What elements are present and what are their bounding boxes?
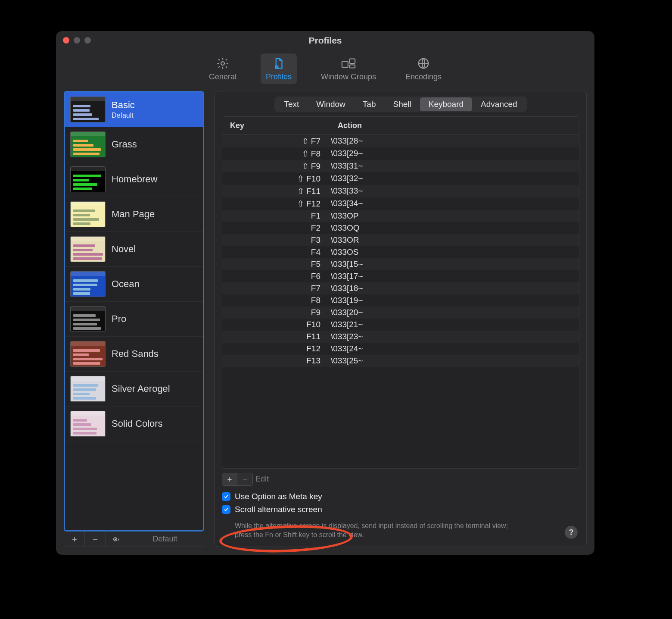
profiles-sidebar: BasicDefaultGrassHomebrewMan PageNovelOc… — [64, 91, 204, 547]
cell-action: \033[33~ — [331, 186, 363, 196]
profile-item[interactable]: Red Sands — [65, 337, 203, 372]
tab-window[interactable]: Window — [308, 97, 354, 111]
table-row[interactable]: F11\033[23~ — [222, 331, 579, 343]
profile-thumbnail — [70, 166, 106, 192]
table-row[interactable]: ⇧ F9\033[31~ — [222, 160, 579, 172]
toolbar-encodings[interactable]: Encodings — [400, 53, 447, 84]
cell-action: \033[29~ — [331, 149, 363, 159]
profile-actions-button[interactable] — [106, 531, 126, 547]
option-as-meta-checkbox[interactable]: Use Option as Meta key — [222, 492, 579, 501]
keyboard-options: Use Option as Meta key Scroll alternativ… — [222, 492, 579, 540]
cell-action: \033[15~ — [331, 259, 363, 269]
checkbox-checked-icon — [222, 492, 230, 501]
profile-name: Silver Aerogel — [112, 383, 170, 394]
table-row[interactable]: ⇧ F11\033[33~ — [222, 185, 579, 197]
globe-icon — [416, 57, 431, 70]
svg-rect-4 — [349, 65, 355, 68]
tab-shell[interactable]: Shell — [384, 97, 420, 111]
profile-thumbnail — [70, 271, 106, 297]
tab-tab[interactable]: Tab — [354, 97, 385, 111]
cell-action: \033[17~ — [331, 272, 363, 281]
remove-profile-button[interactable] — [85, 531, 106, 547]
cell-key: ⇧ F11 — [230, 186, 331, 196]
cell-action: \033[32~ — [331, 174, 363, 184]
toolbar-general[interactable]: General — [204, 53, 242, 84]
profile-item[interactable]: Grass — [65, 127, 203, 162]
remove-key-button[interactable] — [237, 473, 253, 486]
tab-advanced[interactable]: Advanced — [472, 97, 526, 111]
table-row[interactable]: F9\033[20~ — [222, 306, 579, 319]
cell-key: F11 — [230, 332, 331, 341]
toolbar-profiles[interactable]: Profiles — [261, 53, 297, 84]
table-body[interactable]: ⇧ F7\033[28~⇧ F8\033[29~⇧ F9\033[31~⇧ F1… — [222, 135, 579, 468]
table-row[interactable]: F5\033[15~ — [222, 258, 579, 270]
table-row[interactable]: F8\033[19~ — [222, 294, 579, 306]
cell-action: \033[28~ — [331, 136, 363, 146]
table-row[interactable]: ⇧ F12\033[34~ — [222, 197, 579, 210]
table-row[interactable]: F12\033[24~ — [222, 343, 579, 355]
zoom-icon[interactable] — [84, 37, 91, 44]
profile-item[interactable]: Homebrew — [65, 162, 203, 197]
profile-item[interactable]: Ocean — [65, 267, 203, 302]
profile-name: Red Sands — [112, 348, 159, 360]
table-row[interactable]: ⇧ F10\033[32~ — [222, 172, 579, 185]
cell-key: F2 — [230, 223, 331, 233]
close-icon[interactable] — [63, 37, 69, 44]
table-row[interactable]: F3\033OR — [222, 234, 579, 246]
svg-rect-3 — [349, 59, 355, 64]
profile-thumbnail — [70, 376, 106, 402]
cell-key: F7 — [230, 284, 331, 293]
col-key: Key — [230, 121, 338, 130]
add-profile-button[interactable] — [64, 531, 85, 547]
profile-item[interactable]: Silver Aerogel — [65, 372, 203, 406]
cell-key: F3 — [230, 235, 331, 245]
titlebar: Profiles — [56, 31, 594, 50]
toolbar-label: Window Groups — [321, 72, 376, 81]
minimize-icon[interactable] — [74, 37, 80, 44]
table-row[interactable]: F1\033OP — [222, 210, 579, 222]
cell-key: F9 — [230, 308, 331, 317]
profile-thumbnail — [70, 131, 106, 157]
profile-item[interactable]: Novel — [65, 232, 203, 267]
profile-list[interactable]: BasicDefaultGrassHomebrewMan PageNovelOc… — [64, 91, 204, 531]
table-row[interactable]: F7\033[18~ — [222, 282, 579, 294]
cell-action: \033[34~ — [331, 199, 363, 209]
table-row[interactable]: ⇧ F7\033[28~ — [222, 135, 579, 147]
table-row[interactable]: F2\033OQ — [222, 222, 579, 234]
cell-action: \033OQ — [331, 223, 360, 233]
scroll-alt-checkbox[interactable]: Scroll alternative screen — [222, 505, 579, 514]
default-label: Default — [152, 535, 177, 544]
cell-key: F10 — [230, 320, 331, 329]
table-row[interactable]: F6\033[17~ — [222, 270, 579, 282]
cell-key: F8 — [230, 296, 331, 305]
key-mapping-table: Key Action ⇧ F7\033[28~⇧ F8\033[29~⇧ F9\… — [222, 116, 579, 469]
question-mark-icon: ? — [569, 528, 574, 537]
profile-item[interactable]: Pro — [65, 302, 203, 337]
table-row[interactable]: F10\033[21~ — [222, 319, 579, 331]
table-row[interactable]: F13\033[25~ — [222, 355, 579, 367]
sidebar-toolbar: Default — [64, 531, 204, 547]
cell-key: ⇧ F7 — [230, 136, 331, 146]
checkbox-label: Scroll alternative screen — [235, 505, 322, 514]
cell-action: \033OP — [331, 211, 358, 221]
table-row[interactable]: F4\033OS — [222, 246, 579, 258]
profile-item[interactable]: Man Page — [65, 197, 203, 232]
window-title: Profiles — [308, 35, 342, 46]
toolbar-window-groups[interactable]: Window Groups — [316, 53, 381, 84]
table-row[interactable]: ⇧ F8\033[29~ — [222, 147, 579, 160]
set-default-button[interactable]: Default — [126, 531, 204, 547]
profile-item[interactable]: Solid Colors — [65, 406, 203, 441]
help-button[interactable]: ? — [565, 526, 578, 539]
cell-action: \033OS — [331, 247, 358, 257]
preferences-toolbar: General Profiles Window Groups Encodings — [56, 50, 594, 91]
toolbar-label: General — [209, 72, 236, 81]
tab-keyboard[interactable]: Keyboard — [420, 97, 472, 111]
tab-text[interactable]: Text — [275, 97, 308, 111]
profile-name: Ocean — [112, 278, 140, 290]
cell-key: ⇧ F12 — [230, 199, 331, 209]
profile-item[interactable]: BasicDefault — [65, 92, 203, 127]
profile-thumbnail — [70, 97, 106, 122]
cell-action: \033[18~ — [331, 284, 363, 293]
cell-key: F4 — [230, 247, 331, 257]
add-key-button[interactable] — [222, 473, 237, 486]
